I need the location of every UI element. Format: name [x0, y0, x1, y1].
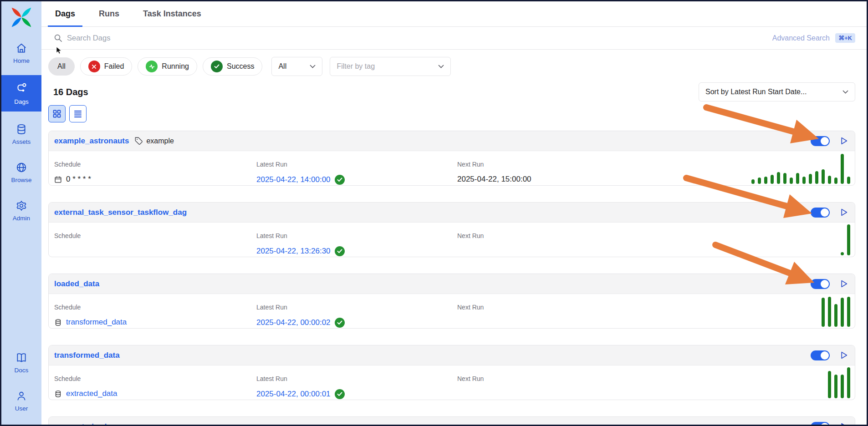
run-bar[interactable]: [828, 371, 831, 398]
dag-name-link[interactable]: external_task_sensor_taskflow_dag: [54, 208, 187, 217]
sidebar-item-home[interactable]: Home: [1, 37, 41, 69]
run-bar[interactable]: [796, 173, 799, 184]
sidebar-item-browse[interactable]: Browse: [1, 156, 41, 188]
failed-icon: [88, 61, 100, 72]
state-chip-success[interactable]: Success: [203, 57, 262, 76]
dag-card-body: Scheduletransformed_dataLatest Run2025-0…: [49, 294, 855, 328]
toggle-knob: [821, 280, 829, 288]
run-bar[interactable]: [809, 174, 812, 184]
dag-pause-toggle[interactable]: [811, 136, 830, 146]
dag-tag[interactable]: example: [134, 137, 174, 145]
latest-run-label: Latest Run: [256, 304, 457, 311]
schedule-value: 0 * * * *: [66, 175, 91, 184]
sidebar-item-dags[interactable]: Dags: [1, 75, 41, 112]
paused-filter-select[interactable]: All: [271, 57, 322, 76]
schedule-column: Scheduletransformed_data: [54, 304, 256, 328]
run-bar[interactable]: [847, 224, 850, 255]
schedule-asset-link[interactable]: extracted_data: [66, 389, 117, 398]
search-bar: Advanced Search ⌘+K: [41, 27, 867, 50]
run-bar[interactable]: [783, 173, 786, 184]
dag-title-wrap: parameterized_query: [54, 422, 132, 426]
toggle-knob: [821, 351, 829, 360]
shortcut-badge: ⌘+K: [835, 33, 855, 43]
dag-name-link[interactable]: example_astronauts: [54, 137, 129, 146]
run-bar[interactable]: [847, 297, 850, 327]
run-bar[interactable]: [841, 298, 844, 327]
run-bar[interactable]: [841, 252, 844, 255]
run-bar[interactable]: [758, 178, 761, 184]
schedule-column: Schedule0 * * * *: [54, 161, 256, 185]
sidebar-item-label: Home: [13, 57, 30, 64]
sidebar-item-user[interactable]: User: [1, 385, 41, 416]
user-icon: [15, 390, 27, 402]
sort-select[interactable]: Sort by Latest Run Start Date...: [699, 82, 855, 101]
chevron-down-icon: [438, 65, 444, 68]
latest-run-link[interactable]: 2025-04-22, 13:26:30: [256, 247, 331, 256]
state-chip-all[interactable]: All: [48, 57, 75, 76]
play-icon: [840, 422, 848, 426]
run-bar[interactable]: [834, 178, 837, 184]
run-bar[interactable]: [828, 176, 831, 184]
tab-runs[interactable]: Runs: [92, 1, 127, 26]
run-bar[interactable]: [822, 169, 825, 184]
run-bar[interactable]: [751, 179, 755, 184]
sidebar-item-docs[interactable]: Docs: [1, 346, 41, 378]
trigger-dag-button[interactable]: [840, 351, 848, 360]
trigger-dag-button[interactable]: [840, 279, 848, 288]
run-bar[interactable]: [790, 178, 793, 184]
grid-icon: [52, 109, 61, 118]
sidebar-item-assets[interactable]: Assets: [1, 118, 41, 150]
run-bar[interactable]: [822, 298, 825, 327]
tab-task-instances[interactable]: Task Instances: [136, 1, 209, 26]
chevron-down-icon: [842, 90, 848, 94]
list-view-button[interactable]: [69, 105, 87, 122]
tag-filter-select[interactable]: Filter by tag: [330, 57, 451, 76]
run-bar[interactable]: [847, 367, 850, 398]
run-bar[interactable]: [771, 175, 774, 184]
run-bar[interactable]: [815, 171, 818, 184]
run-bar[interactable]: [777, 172, 780, 184]
trigger-dag-button[interactable]: [840, 137, 848, 145]
database-icon: [54, 319, 62, 326]
grid-view-button[interactable]: [48, 105, 66, 122]
running-icon: [146, 61, 158, 72]
tab-dags[interactable]: Dags: [48, 1, 82, 26]
run-bar[interactable]: [834, 304, 837, 327]
dag-card-actions: [811, 350, 848, 360]
dag-pause-toggle[interactable]: [811, 208, 830, 218]
list-icon: [73, 109, 82, 118]
trigger-dag-button[interactable]: [840, 422, 848, 426]
latest-run-link[interactable]: 2025-04-22, 00:00:01: [256, 390, 331, 399]
run-bar[interactable]: [834, 375, 837, 398]
run-bar[interactable]: [828, 297, 831, 327]
run-bar[interactable]: [841, 154, 844, 184]
trigger-dag-button[interactable]: [840, 208, 848, 217]
dag-name-link[interactable]: parameterized_query: [54, 422, 132, 426]
check-icon: [337, 249, 342, 254]
latest-run-column: Latest Run2025-04-22, 00:00:01: [256, 375, 457, 400]
sidebar-item-label: Browse: [11, 177, 31, 183]
sidebar-item-admin[interactable]: Admin: [1, 194, 41, 226]
run-bar[interactable]: [802, 177, 806, 184]
latest-run-link[interactable]: 2025-04-22, 00:00:02: [256, 318, 331, 327]
run-history-chart: [828, 367, 850, 398]
tab-bar: Dags Runs Task Instances: [41, 1, 867, 27]
dag-card-actions: [811, 279, 848, 289]
latest-run-link[interactable]: 2025-04-22, 14:00:00: [256, 175, 331, 184]
next-run-label: Next Run: [457, 375, 855, 382]
check-icon: [337, 178, 342, 182]
state-chip-running[interactable]: Running: [138, 57, 197, 76]
search-input[interactable]: [67, 34, 772, 42]
run-bar[interactable]: [841, 375, 844, 398]
schedule-asset-link[interactable]: transformed_data: [66, 318, 127, 327]
run-bar[interactable]: [764, 177, 767, 184]
dag-name-link[interactable]: loaded_data: [54, 279, 99, 289]
dag-pause-toggle[interactable]: [811, 350, 830, 360]
dag-pause-toggle[interactable]: [811, 279, 830, 289]
next-run-label: Next Run: [457, 232, 855, 239]
state-chip-failed[interactable]: Failed: [80, 57, 133, 76]
run-bar[interactable]: [847, 177, 850, 184]
dag-name-link[interactable]: transformed_data: [54, 351, 120, 360]
dag-pause-toggle[interactable]: [811, 422, 830, 426]
advanced-search-link[interactable]: Advanced Search: [772, 34, 830, 42]
